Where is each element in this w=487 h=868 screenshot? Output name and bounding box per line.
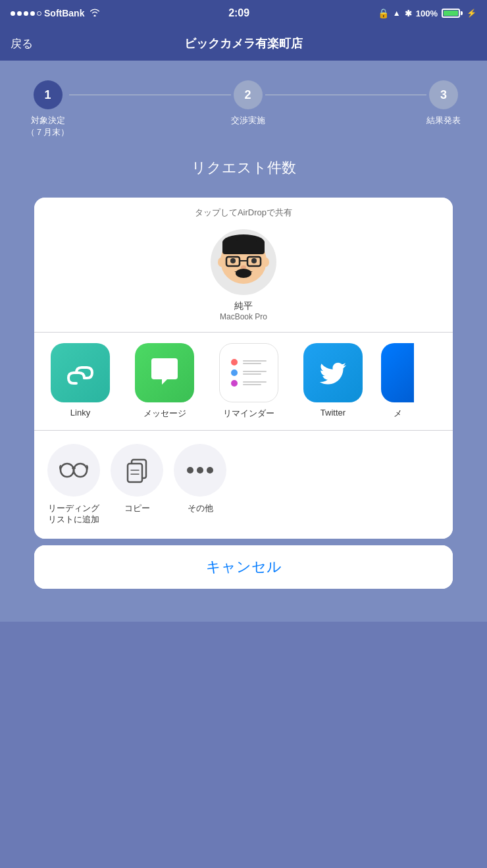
dot-1	[11, 11, 15, 16]
charge-icon: ⚡	[467, 9, 476, 18]
app-icons-section: Linky メッセージ	[34, 333, 453, 431]
carrier-label: SoftBank	[44, 8, 84, 18]
person-device: MacBook Pro	[220, 312, 267, 321]
dot-4	[30, 11, 35, 16]
reminders-label: リマインダー	[223, 408, 274, 420]
battery-icon	[442, 9, 463, 18]
share-sheet: タップしてAirDropで共有	[34, 198, 453, 539]
svg-point-19	[187, 467, 193, 474]
airdrop-header: タップしてAirDropで共有	[47, 207, 440, 219]
step-label-2: 交渉実施	[231, 115, 265, 126]
more-label: その他	[188, 503, 213, 514]
nav-bar: 戻る ビックカメラ有楽町店	[0, 26, 487, 61]
reminders-icon	[219, 343, 278, 402]
dot-3	[24, 11, 28, 16]
app-reminders[interactable]: リマインダー	[209, 343, 288, 420]
dot-5	[37, 11, 41, 16]
twitter-label: Twitter	[320, 408, 346, 418]
request-title: リクエスト件数	[26, 158, 461, 178]
dot-2	[17, 11, 22, 16]
airdrop-section: タップしてAirDropで共有	[34, 198, 453, 333]
wifi-icon	[90, 8, 100, 18]
svg-point-20	[197, 467, 203, 474]
svg-point-13	[74, 464, 87, 477]
svg-point-7	[251, 258, 257, 263]
step-circle-1: 1	[34, 80, 63, 109]
app-messages[interactable]: メッセージ	[125, 343, 204, 420]
reading-list-icon	[47, 444, 100, 497]
step-line-2	[265, 94, 427, 95]
more-icon	[174, 444, 226, 497]
status-bar: SoftBank 2:09 🔒 ▲ ✱ 100% ⚡	[0, 0, 487, 26]
step-1: 1 対象決定（７月末）	[26, 80, 69, 138]
svg-point-21	[207, 467, 213, 474]
app-icons-scroll: Linky メッセージ	[41, 343, 446, 420]
time-display: 2:09	[228, 7, 249, 19]
app-more-partial: メ	[378, 343, 417, 420]
copy-icon	[111, 444, 163, 497]
action-copy[interactable]: コピー	[111, 444, 163, 526]
status-left: SoftBank	[11, 8, 100, 18]
lock-icon: 🔒	[378, 8, 389, 18]
svg-point-11	[263, 258, 269, 267]
messages-label: メッセージ	[143, 408, 186, 420]
nav-title: ビックカメラ有楽町店	[184, 36, 303, 51]
svg-point-12	[61, 464, 74, 477]
person-avatar	[211, 229, 276, 295]
progress-steps: 1 対象決定（７月末） 2 交渉実施 3 結果発表	[26, 80, 461, 138]
back-button[interactable]: 戻る	[11, 36, 33, 51]
status-right: 🔒 ▲ ✱ 100% ⚡	[378, 8, 476, 18]
svg-point-10	[218, 258, 224, 267]
twitter-icon	[303, 343, 363, 402]
bluetooth-icon: ✱	[405, 9, 412, 18]
step-line-1	[69, 94, 231, 95]
location-icon: ▲	[393, 9, 401, 18]
signal-dots	[11, 11, 41, 16]
partial-label: メ	[394, 408, 402, 420]
person-name: 純平	[234, 300, 253, 312]
cancel-section: キャンセル	[34, 545, 453, 589]
cancel-button[interactable]: キャンセル	[34, 545, 453, 589]
step-label-1: 対象決定（７月末）	[26, 115, 69, 138]
linky-label: Linky	[70, 408, 90, 418]
step-circle-3: 3	[429, 80, 458, 109]
copy-label: コピー	[124, 503, 150, 514]
actions-section: リーディングリストに追加 コピー	[34, 431, 453, 539]
action-reading-list[interactable]: リーディングリストに追加	[47, 444, 100, 526]
step-2: 2 交渉実施	[231, 80, 265, 126]
airdrop-person[interactable]: 純平 MacBook Pro	[47, 229, 440, 321]
reading-list-label: リーディングリストに追加	[48, 503, 99, 526]
messages-icon	[135, 343, 194, 402]
background-content: 1 対象決定（７月末） 2 交渉実施 3 結果発表 リクエスト件数 タップしてA…	[0, 61, 487, 622]
linky-icon	[51, 343, 110, 402]
svg-point-6	[230, 258, 236, 263]
battery-percent: 100%	[416, 9, 438, 18]
app-twitter[interactable]: Twitter	[294, 343, 372, 420]
svg-rect-16	[128, 464, 142, 482]
step-3: 3 結果発表	[426, 80, 461, 126]
action-more[interactable]: その他	[174, 444, 226, 526]
app-linky[interactable]: Linky	[41, 343, 120, 420]
step-circle-2: 2	[234, 80, 263, 109]
svg-point-9	[236, 269, 251, 278]
step-label-3: 結果発表	[426, 115, 461, 126]
